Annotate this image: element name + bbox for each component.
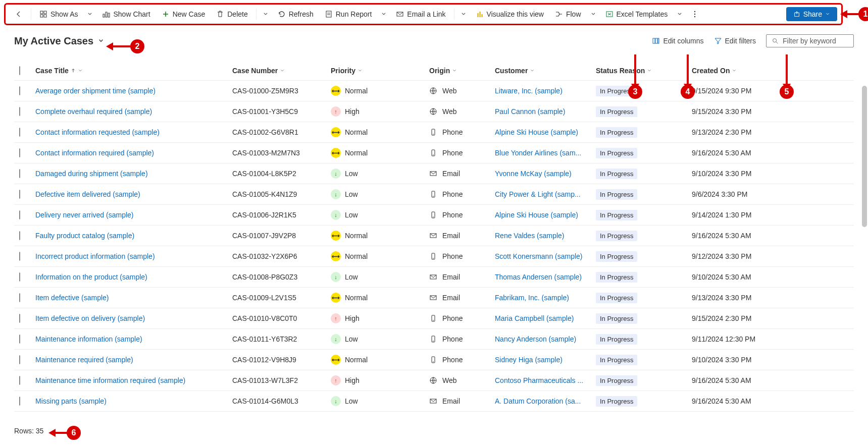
table-row[interactable]: Information on the product (sample)CAS-0… — [14, 267, 854, 288]
table-row[interactable]: Faulty product catalog (sample)CAS-01007… — [14, 226, 854, 246]
table-row[interactable]: Maintenance required (sample)CAS-01012-V… — [14, 350, 854, 370]
case-number-cell: CAS-01005-K4N1Z9 — [232, 190, 331, 198]
table-row[interactable]: Incorrect product information (sample)CA… — [14, 246, 854, 267]
svg-rect-3 — [44, 15, 46, 17]
table-row[interactable]: Item defective (sample)CAS-01009-L2V1S5⟷… — [14, 288, 854, 308]
customer-link[interactable]: Yvonne McKay (sample) — [495, 170, 572, 178]
column-header-status-reason[interactable]: Status Reason — [596, 67, 692, 75]
table-row[interactable]: Maintenance information (sample)CAS-0101… — [14, 329, 854, 350]
case-title-link[interactable]: Missing parts (sample) — [35, 397, 107, 405]
case-title-link[interactable]: Average order shipment time (sample) — [35, 87, 156, 95]
row-checkbox[interactable] — [19, 128, 20, 137]
table-row[interactable]: Contact information requested (sample)CA… — [14, 122, 854, 143]
keyword-search-input[interactable] — [783, 37, 848, 45]
customer-link[interactable]: A. Datum Corporation (sa... — [495, 397, 581, 405]
share-button[interactable]: Share — [786, 7, 837, 21]
row-checkbox[interactable] — [19, 272, 20, 282]
case-title-link[interactable]: Faulty product catalog (sample) — [35, 232, 134, 240]
row-checkbox[interactable] — [19, 252, 20, 261]
table-row[interactable]: Defective item delivered (sample)CAS-010… — [14, 184, 854, 205]
excel-templates-button[interactable]: Excel Templates — [600, 7, 673, 21]
customer-link[interactable]: Contoso Pharmaceuticals ... — [495, 376, 583, 384]
row-checkbox[interactable] — [19, 293, 20, 302]
column-header-case-title[interactable]: Case Title — [35, 67, 232, 75]
case-title-link[interactable]: Maintenance required (sample) — [35, 356, 133, 364]
row-checkbox[interactable] — [19, 376, 20, 385]
customer-link[interactable]: Fabrikam, Inc. (sample) — [495, 294, 569, 302]
row-checkbox[interactable] — [19, 231, 20, 240]
show-as-button[interactable]: Show As — [34, 7, 83, 21]
case-title-link[interactable]: Maintenance time information required (s… — [35, 376, 185, 384]
row-checkbox[interactable] — [19, 86, 20, 95]
email-link-button[interactable]: Email a Link — [391, 7, 450, 21]
table-row[interactable]: Damaged during shipment (sample)CAS-0100… — [14, 163, 854, 184]
customer-link[interactable]: Blue Yonder Airlines (sam... — [495, 149, 581, 157]
view-selector-chevron[interactable] — [97, 37, 105, 44]
customer-link[interactable]: Thomas Andersen (sample) — [495, 273, 582, 281]
flow-button[interactable]: Flow — [550, 7, 586, 21]
show-as-chevron[interactable] — [84, 8, 96, 20]
table-row[interactable]: Complete overhaul required (sample)CAS-0… — [14, 101, 854, 122]
run-report-chevron[interactable] — [378, 8, 390, 20]
keyword-search[interactable] — [766, 34, 854, 47]
row-checkbox[interactable] — [19, 334, 20, 344]
email-link-chevron[interactable] — [457, 8, 470, 20]
row-checkbox[interactable] — [19, 190, 20, 199]
row-checkbox[interactable] — [19, 314, 20, 323]
customer-link[interactable]: Paul Cannon (sample) — [495, 107, 565, 116]
delete-chevron[interactable] — [260, 8, 272, 20]
customer-link[interactable]: Sidney Higa (sample) — [495, 356, 563, 364]
new-case-button[interactable]: New Case — [157, 7, 211, 21]
edit-filters-button[interactable]: Edit filters — [714, 37, 756, 45]
column-header-origin[interactable]: Origin — [429, 67, 495, 75]
run-report-button[interactable]: Run Report — [320, 7, 377, 21]
case-title-link[interactable]: Item defective on delivery (sample) — [35, 314, 145, 322]
table-row[interactable]: Maintenance time information required (s… — [14, 370, 854, 391]
row-checkbox[interactable] — [19, 210, 20, 219]
case-title-link[interactable]: Delivery never arrived (sample) — [35, 211, 134, 219]
customer-link[interactable]: Nancy Anderson (sample) — [495, 335, 576, 343]
case-title-link[interactable]: Incorrect product information (sample) — [35, 252, 155, 260]
case-title-link[interactable]: Information on the product (sample) — [35, 273, 147, 281]
customer-link[interactable]: Rene Valdes (sample) — [495, 232, 564, 240]
column-header-case-number[interactable]: Case Number — [232, 67, 331, 75]
visualize-button[interactable]: Visualize this view — [471, 7, 549, 21]
column-header-priority[interactable]: Priority — [331, 67, 429, 75]
table-row[interactable]: Average order shipment time (sample)CAS-… — [14, 81, 854, 101]
row-checkbox[interactable] — [19, 169, 20, 178]
priority-cell: ⟷Normal — [331, 86, 429, 96]
edit-columns-button[interactable]: Edit columns — [652, 37, 703, 45]
customer-link[interactable]: Alpine Ski House (sample) — [495, 128, 578, 136]
case-title-link[interactable]: Complete overhaul required (sample) — [35, 107, 152, 116]
select-all-checkbox[interactable] — [19, 66, 20, 75]
case-title-link[interactable]: Item defective (sample) — [35, 294, 109, 302]
table-row[interactable]: Delivery never arrived (sample)CAS-01006… — [14, 205, 854, 226]
case-title-link[interactable]: Maintenance information (sample) — [35, 335, 142, 343]
row-checkbox[interactable] — [19, 107, 20, 116]
table-row[interactable]: Missing parts (sample)CAS-01014-G6M0L3↓L… — [14, 391, 854, 412]
more-commands-button[interactable] — [687, 7, 703, 21]
customer-link[interactable]: Alpine Ski House (sample) — [495, 211, 578, 219]
row-checkbox[interactable] — [19, 355, 20, 364]
row-checkbox[interactable] — [19, 397, 20, 406]
case-title-link[interactable]: Defective item delivered (sample) — [35, 190, 140, 198]
customer-link[interactable]: Maria Campbell (sample) — [495, 314, 574, 322]
back-button[interactable] — [10, 7, 28, 21]
customer-link[interactable]: Litware, Inc. (sample) — [495, 87, 563, 95]
customer-link[interactable]: Scott Konersmann (sample) — [495, 252, 583, 260]
column-header-customer[interactable]: Customer — [495, 67, 596, 75]
flow-chevron[interactable] — [587, 8, 599, 20]
customer-link[interactable]: City Power & Light (samp... — [495, 190, 581, 198]
case-title-link[interactable]: Damaged during shipment (sample) — [35, 170, 148, 178]
column-header-created-on[interactable]: Created On — [692, 67, 788, 75]
delete-button[interactable]: Delete — [211, 7, 252, 21]
vertical-scrollbar[interactable] — [862, 86, 867, 227]
table-row[interactable]: Item defective on delivery (sample)CAS-0… — [14, 308, 854, 329]
refresh-button[interactable]: Refresh — [273, 7, 319, 21]
case-title-link[interactable]: Contact information required (sample) — [35, 149, 154, 157]
excel-templates-chevron[interactable] — [674, 8, 686, 20]
show-chart-button[interactable]: Show Chart — [97, 7, 155, 21]
table-row[interactable]: Contact information required (sample)CAS… — [14, 143, 854, 163]
row-checkbox[interactable] — [19, 148, 20, 157]
case-title-link[interactable]: Contact information requested (sample) — [35, 128, 160, 136]
